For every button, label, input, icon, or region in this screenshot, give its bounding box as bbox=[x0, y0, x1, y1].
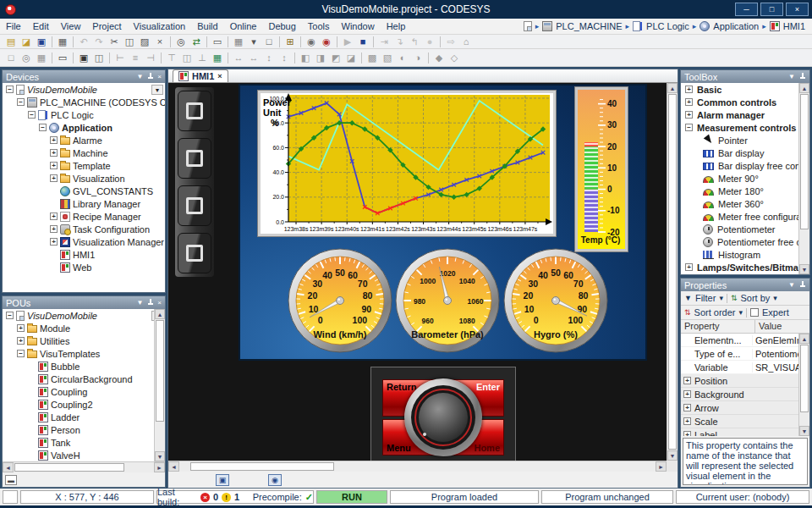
send-back-icon[interactable]: ◑ bbox=[410, 52, 425, 64]
find-icon[interactable]: ◎ bbox=[173, 36, 189, 48]
collapse-icon[interactable]: − bbox=[685, 124, 693, 131]
toolbox-item-meter-free-configurable[interactable]: Meter free configurable bbox=[681, 210, 798, 223]
tab-hmi1[interactable]: HMI1 × bbox=[173, 69, 228, 82]
menu-build[interactable]: Build bbox=[191, 21, 223, 31]
select-tool-icon[interactable]: □ bbox=[3, 52, 19, 64]
property-value[interactable]: SR_VISUALIZATI... bbox=[752, 362, 798, 373]
pous-item-circularbackground[interactable]: CircularBackground bbox=[3, 373, 165, 385]
same-size-icon[interactable]: ◩ bbox=[328, 52, 343, 64]
scroll-down-icon[interactable]: ▼ bbox=[799, 264, 809, 274]
bring-front-icon[interactable]: ◐ bbox=[395, 52, 410, 64]
editor-vertical-scrollbar[interactable]: ▲ ▼ bbox=[667, 83, 678, 461]
expand-icon[interactable]: + bbox=[685, 111, 693, 119]
close-icon[interactable]: × bbox=[157, 73, 162, 80]
expand-icon[interactable]: + bbox=[685, 86, 693, 93]
expand-icon[interactable]: + bbox=[685, 98, 693, 106]
devices-item-template[interactable]: +Template bbox=[3, 159, 165, 172]
space-vertical-inc-icon[interactable]: ↕ bbox=[277, 52, 292, 64]
pous-item-bubble[interactable]: Bubble bbox=[3, 360, 165, 373]
filter-button[interactable]: Filter bbox=[695, 293, 716, 303]
trend-chart-frame[interactable]: 0.020.040.060.080.0100.0123m38s123m39s12… bbox=[258, 91, 556, 236]
breakpoint-icon[interactable]: ● bbox=[422, 36, 437, 48]
pous-item-tank[interactable]: Tank bbox=[3, 436, 165, 449]
webvisu-mode-icon[interactable]: ◉ bbox=[268, 474, 282, 486]
expand-icon[interactable]: + bbox=[50, 162, 58, 169]
pous-item-visutemplates[interactable]: −VisuTemplates bbox=[3, 347, 165, 360]
hmi-nav-button-4[interactable] bbox=[178, 233, 211, 273]
menu-tools[interactable]: Tools bbox=[302, 21, 336, 31]
zoom-tool-icon[interactable]: ◎ bbox=[19, 52, 34, 64]
styles-icon[interactable]: ▦ bbox=[210, 52, 225, 64]
panel-dropdown-icon[interactable]: ▼ bbox=[136, 299, 143, 306]
device-combo-dropdown-icon[interactable]: ▼ bbox=[151, 85, 163, 95]
panel-dropdown-icon[interactable]: ▼ bbox=[788, 73, 795, 80]
breadcrumb-item-hmi1[interactable]: HMI1 bbox=[783, 21, 805, 31]
pous-vertical-scrollbar[interactable]: ▲ ▼ bbox=[154, 309, 165, 461]
menu-help[interactable]: Help bbox=[381, 21, 412, 31]
devices-item-application[interactable]: −Application bbox=[3, 121, 165, 134]
panel-dropdown-icon[interactable]: ▼ bbox=[788, 281, 795, 289]
space-horizontal-inc-icon[interactable]: ↔ bbox=[246, 52, 261, 64]
hygro-gauge[interactable]: 0102030405060708090100Hygro (%) bbox=[502, 247, 609, 354]
scroll-up-icon[interactable]: ▲ bbox=[799, 83, 809, 93]
collapse-icon[interactable]: − bbox=[6, 312, 14, 319]
menu-view[interactable]: View bbox=[55, 21, 87, 31]
pin-icon[interactable] bbox=[799, 72, 806, 81]
visualization-mode-icon[interactable]: ▣ bbox=[216, 474, 229, 486]
pous-item-person[interactable]: Person bbox=[3, 423, 165, 436]
toolbox-category-alarm-manager[interactable]: +Alarm manager bbox=[681, 108, 798, 121]
chevron-down-icon[interactable]: ▾ bbox=[738, 308, 743, 317]
expand-icon[interactable]: + bbox=[683, 377, 691, 384]
editor-horizontal-scrollbar[interactable]: ◄ ► bbox=[168, 461, 667, 472]
anchor-free-icon[interactable]: ◇ bbox=[447, 52, 462, 64]
devices-item-visudemomobile[interactable]: −VisuDemoMobile▼ bbox=[3, 83, 165, 96]
toolbox-item-pointer[interactable]: Pointer bbox=[681, 134, 798, 146]
sort-order-button[interactable]: Sort order bbox=[694, 307, 736, 318]
scroll-up-icon[interactable]: ▲ bbox=[155, 309, 165, 319]
devices-item-plc-machine-codesys-control-win[interactable]: −PLC_MACHINE (CODESYS Control Win bbox=[3, 96, 165, 108]
start-icon[interactable]: ▶ bbox=[340, 36, 355, 48]
minimize-button[interactable]: ─ bbox=[735, 3, 758, 16]
expand-icon[interactable]: + bbox=[683, 431, 691, 436]
hmi-nav-button-3[interactable] bbox=[178, 185, 211, 226]
toolbox-category-lamps-switches-bitmaps[interactable]: +Lamps/Switches/Bitmaps bbox=[681, 261, 798, 273]
toolbox-category-basic[interactable]: +Basic bbox=[681, 83, 798, 96]
expand-icon[interactable]: + bbox=[17, 337, 25, 345]
expand-icon[interactable]: + bbox=[50, 225, 58, 233]
insert-dropdown-icon[interactable]: ▾ bbox=[246, 36, 261, 48]
align-bottom-icon[interactable]: ⊥ bbox=[195, 52, 210, 64]
scroll-up-icon[interactable]: ▲ bbox=[799, 334, 809, 344]
devices-item-machine[interactable]: +Machine bbox=[3, 146, 165, 159]
breadcrumb-item-plc-logic[interactable]: PLC Logic bbox=[646, 21, 689, 31]
devices-item-visualization-manager[interactable]: +Visualization Manager bbox=[3, 235, 165, 248]
barometer-gauge[interactable]: 96098010001020104010601080Barometer (hPa… bbox=[394, 247, 501, 354]
expand-icon[interactable]: + bbox=[683, 404, 691, 411]
devices-item-alarme[interactable]: +Alarme bbox=[3, 134, 165, 146]
property-row-variable[interactable]: VariableSR_VISUALIZATI... bbox=[681, 361, 798, 374]
wind-gauge[interactable]: 0102030405060708090100Wind (km/h) bbox=[287, 247, 393, 354]
scrollbar-thumb[interactable] bbox=[190, 462, 334, 471]
pin-icon[interactable] bbox=[799, 280, 806, 290]
store-icon[interactable]: ⌂ bbox=[458, 36, 474, 48]
scrollbar-thumb[interactable] bbox=[800, 345, 809, 412]
expand-icon[interactable]: + bbox=[685, 263, 693, 271]
toolbox-item-potentiometer-free-conf[interactable]: Potentiometer free conf bbox=[681, 235, 798, 248]
redo-icon[interactable]: ↷ bbox=[91, 36, 107, 48]
login-icon[interactable]: ◉ bbox=[304, 36, 319, 48]
menu-project[interactable]: Project bbox=[86, 21, 127, 31]
paste-icon[interactable]: ▨ bbox=[137, 36, 152, 48]
expand-icon[interactable]: + bbox=[50, 174, 58, 182]
step-out-icon[interactable]: ↰ bbox=[407, 36, 422, 48]
column-header-value[interactable]: Value bbox=[755, 320, 809, 333]
devices-item-plc-logic[interactable]: −PLC Logic bbox=[3, 108, 165, 121]
devices-item-gvl-constants[interactable]: GVL_CONSTANTS bbox=[3, 185, 165, 197]
save-all-screens-icon[interactable]: ◫ bbox=[91, 52, 107, 64]
property-row-elementn[interactable]: Elementn...GenElemInst_50 bbox=[681, 334, 798, 347]
chevron-down-icon[interactable]: ▾ bbox=[773, 294, 777, 302]
scroll-left-icon[interactable]: ◄ bbox=[3, 462, 14, 472]
close-icon[interactable]: × bbox=[157, 299, 162, 306]
sort-by-button[interactable]: Sort by bbox=[740, 293, 770, 303]
scrollbar-thumb[interactable] bbox=[800, 94, 809, 229]
toolbox-item-meter-180[interactable]: Meter 180° bbox=[681, 185, 798, 197]
ungroup-icon[interactable]: ▧ bbox=[380, 52, 395, 64]
